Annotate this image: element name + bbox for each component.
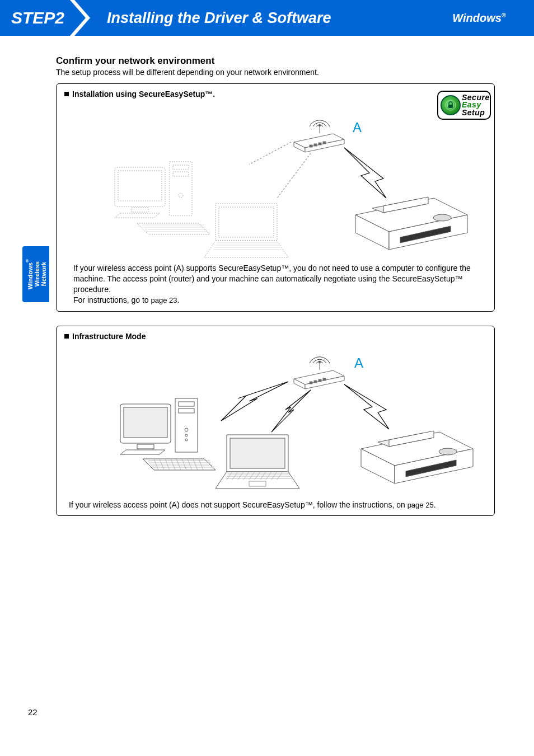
side-tab: Windows® Wireless Network — [22, 246, 49, 302]
svg-rect-9 — [323, 142, 326, 144]
svg-rect-15 — [173, 172, 189, 176]
box-infrastructure: Infrastructure Mode — [56, 326, 495, 516]
content: Confirm your network environment The set… — [0, 55, 534, 516]
section-heading: Confirm your network environment — [56, 55, 495, 67]
step-label: STEP2 — [0, 8, 70, 27]
side-tab-reg: ® — [25, 259, 29, 262]
registered-icon: ® — [502, 12, 506, 18]
box2-period: . — [434, 500, 436, 509]
page-ref-25[interactable]: page 25 — [407, 501, 434, 509]
svg-rect-8 — [318, 143, 321, 145]
desktop-icon — [120, 398, 216, 470]
side-tab-line1: Windows — [26, 262, 33, 289]
svg-point-5 — [318, 124, 321, 126]
box2-text-prefix: If your wireless access point (A) does n… — [69, 500, 407, 509]
svg-rect-37 — [179, 402, 194, 406]
router-icon — [294, 120, 344, 152]
laptop-icon — [204, 204, 288, 257]
printer-icon — [355, 197, 467, 250]
svg-rect-30 — [314, 381, 317, 383]
page-title: Installing the Driver & Software — [107, 10, 452, 27]
svg-point-70 — [439, 448, 457, 455]
box2-title-text: Infrastructure Mode — [72, 332, 146, 341]
svg-point-28 — [318, 361, 321, 363]
side-tab-line3: Network — [40, 262, 46, 286]
box2-text: If your wireless access point (A) does n… — [69, 500, 484, 510]
svg-rect-29 — [310, 382, 312, 384]
box1-main-text: If your wireless access point (A) suppor… — [73, 264, 471, 294]
svg-rect-7 — [314, 144, 317, 146]
os-label: Windows® — [452, 12, 534, 25]
connection-lines — [249, 142, 386, 198]
svg-rect-38 — [179, 408, 194, 413]
box1-instr-prefix: For instructions, go to — [73, 295, 151, 304]
box1-title-text: Installation using SecureEasySetup™. — [72, 90, 215, 98]
svg-point-16 — [179, 193, 183, 198]
svg-rect-6 — [310, 145, 312, 147]
page-number: 22 — [28, 707, 38, 717]
svg-rect-34 — [124, 407, 167, 438]
svg-rect-35 — [137, 444, 154, 449]
desktop-icon — [115, 162, 210, 234]
svg-marker-0 — [70, 0, 90, 36]
header-band: STEP2 Installing the Driver & Software W… — [0, 0, 534, 36]
svg-rect-32 — [323, 378, 326, 381]
laptop-icon — [216, 435, 299, 489]
router-icon — [294, 356, 344, 388]
router-label-a: A — [353, 120, 362, 135]
svg-rect-55 — [230, 438, 285, 468]
side-tab-line2: Wireless — [33, 261, 40, 287]
svg-rect-21 — [219, 207, 274, 237]
diagram-ses: A — [64, 103, 486, 260]
svg-rect-14 — [173, 165, 189, 170]
svg-point-26 — [433, 214, 451, 221]
svg-rect-10 — [115, 167, 165, 206]
svg-rect-12 — [132, 208, 148, 212]
bullet-icon — [64, 334, 69, 339]
printer-icon — [361, 431, 473, 483]
box1-text: If your wireless access point (A) suppor… — [73, 263, 484, 306]
bullet-icon — [64, 92, 69, 96]
router-label-a: A — [354, 355, 363, 371]
svg-rect-31 — [318, 379, 321, 382]
diagram-infrastructure: A — [64, 345, 486, 496]
section-subtext: The setup process will be different depe… — [56, 68, 495, 77]
page-ref-23[interactable]: page 23 — [151, 296, 177, 304]
box1-title: Installation using SecureEasySetup™. — [64, 90, 486, 98]
side-tab-text: Windows® Wireless Network — [25, 259, 47, 289]
svg-rect-11 — [118, 171, 162, 201]
box2-title: Infrastructure Mode — [64, 332, 486, 341]
chevron-icon — [70, 0, 90, 36]
svg-rect-69 — [249, 481, 266, 486]
os-name: Windows — [452, 12, 502, 24]
box1-period: . — [177, 295, 180, 304]
box-secureeasysetup: Installation using SecureEasySetup™. Sec… — [56, 83, 495, 312]
